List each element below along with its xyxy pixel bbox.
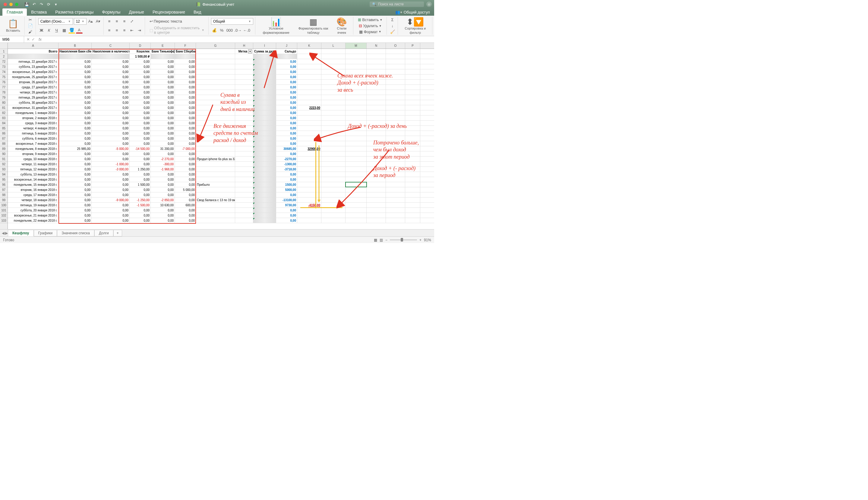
- cell[interactable]: [297, 167, 321, 172]
- cell[interactable]: 32908,00: [297, 146, 321, 151]
- cell[interactable]: 0,00: [276, 59, 297, 64]
- cell[interactable]: 0,00: [130, 75, 151, 79]
- cell[interactable]: 0,00: [151, 100, 175, 105]
- row-header[interactable]: 90: [0, 151, 8, 157]
- cell[interactable]: 0,00: [130, 126, 151, 130]
- cell[interactable]: [405, 167, 420, 172]
- cell[interactable]: 10 630,00: [151, 203, 175, 207]
- indent-decrease-icon[interactable]: ⇤: [129, 27, 135, 33]
- comma-icon[interactable]: 000: [226, 27, 233, 33]
- cell[interactable]: 0,00: [92, 59, 130, 64]
- cell[interactable]: 0,00: [130, 177, 151, 182]
- row-header[interactable]: 95: [0, 177, 8, 182]
- cell[interactable]: [253, 110, 276, 115]
- col-header-A[interactable]: A: [8, 43, 58, 48]
- col-header-H[interactable]: H: [235, 43, 253, 48]
- cell[interactable]: [297, 59, 321, 64]
- cell[interactable]: [297, 136, 321, 141]
- cell[interactable]: 0,00: [130, 95, 151, 100]
- col-header-N[interactable]: N: [367, 43, 386, 48]
- cancel-formula-icon[interactable]: ✕: [26, 37, 30, 42]
- cell[interactable]: [346, 162, 367, 167]
- cell[interactable]: [405, 69, 420, 74]
- cell[interactable]: 0,00: [175, 126, 196, 130]
- cell[interactable]: вторник, 26 декабря 2017 г.: [8, 80, 58, 84]
- format-painter-icon[interactable]: 🖌: [27, 29, 34, 35]
- cell[interactable]: [196, 136, 235, 141]
- cell[interactable]: [367, 95, 386, 100]
- cell[interactable]: [346, 85, 367, 90]
- cell[interactable]: 0,00: [58, 162, 92, 167]
- cell[interactable]: -13100,00: [276, 197, 297, 202]
- row-header[interactable]: 92: [0, 162, 8, 167]
- cell[interactable]: [196, 75, 235, 79]
- cell[interactable]: 0,00: [276, 105, 297, 110]
- cell[interactable]: [196, 85, 235, 90]
- cell[interactable]: 0,00: [151, 218, 175, 223]
- cell[interactable]: [196, 115, 235, 120]
- cell[interactable]: 0,00: [151, 121, 175, 125]
- cell[interactable]: [196, 49, 235, 54]
- align-left-icon[interactable]: ≡: [106, 27, 113, 33]
- cell[interactable]: 0,00: [130, 90, 151, 95]
- cell[interactable]: [367, 192, 386, 197]
- cell[interactable]: [346, 126, 367, 130]
- cell[interactable]: вторник, 16 января 2018 г.: [8, 187, 58, 192]
- cell[interactable]: [386, 203, 405, 207]
- cell[interactable]: 0,00: [92, 85, 130, 90]
- cell[interactable]: [235, 121, 253, 125]
- cell[interactable]: 0,00: [92, 95, 130, 100]
- cell[interactable]: 0,00: [276, 177, 297, 182]
- cell[interactable]: 0,00: [130, 64, 151, 69]
- cell[interactable]: 0,00: [58, 75, 92, 79]
- cell[interactable]: 0,00: [175, 75, 196, 79]
- cell[interactable]: [321, 136, 346, 141]
- cell[interactable]: [235, 167, 253, 172]
- cell[interactable]: [196, 59, 235, 64]
- close-window-icon[interactable]: [4, 3, 7, 6]
- cell[interactable]: █: [276, 54, 297, 59]
- cell[interactable]: -2 270,00: [151, 157, 175, 161]
- cell[interactable]: 0,00: [58, 157, 92, 161]
- cell[interactable]: -1 250,00: [130, 197, 151, 202]
- cell[interactable]: [196, 151, 235, 156]
- cell[interactable]: [346, 90, 367, 95]
- cell[interactable]: 0,00: [276, 213, 297, 218]
- merge-button[interactable]: ⬚Объединить и поместить в центре▼: [148, 27, 207, 33]
- user-avatar-icon[interactable]: ☺: [426, 1, 432, 7]
- cell[interactable]: [196, 162, 235, 167]
- cell[interactable]: [235, 157, 253, 161]
- select-all-corner[interactable]: [0, 43, 8, 49]
- decrease-font-icon[interactable]: A▾: [95, 18, 102, 25]
- cell[interactable]: [196, 126, 235, 130]
- row-header[interactable]: 81: [0, 105, 8, 110]
- cell[interactable]: [367, 105, 386, 110]
- cell[interactable]: 1 500,00 ₽: [130, 54, 151, 59]
- cell[interactable]: [253, 218, 276, 223]
- cell[interactable]: четверг, 11 января 2018 г.: [8, 162, 58, 167]
- cell[interactable]: [196, 172, 235, 177]
- cell[interactable]: [386, 172, 405, 177]
- currency-icon[interactable]: 💰: [211, 27, 218, 33]
- cell[interactable]: [367, 126, 386, 130]
- tab-view[interactable]: Вид: [189, 9, 205, 16]
- cell[interactable]: 0,00: [92, 121, 130, 125]
- font-size-select[interactable]: 12▼: [74, 18, 86, 25]
- cell[interactable]: 0,00: [92, 157, 130, 161]
- cell[interactable]: [321, 162, 346, 167]
- cell[interactable]: [297, 90, 321, 95]
- cell[interactable]: [196, 105, 235, 110]
- sheet-tab-4[interactable]: Долги: [94, 230, 113, 236]
- cell[interactable]: [346, 187, 367, 192]
- cell[interactable]: [253, 126, 276, 130]
- cell[interactable]: [346, 64, 367, 69]
- cell[interactable]: [196, 192, 235, 197]
- cell[interactable]: [297, 54, 321, 59]
- cell[interactable]: [367, 121, 386, 125]
- cell[interactable]: 0,00: [58, 115, 92, 120]
- cell[interactable]: 0,00: [151, 105, 175, 110]
- tab-insert[interactable]: Вставка: [27, 9, 51, 16]
- cell[interactable]: [253, 136, 276, 141]
- cell[interactable]: [346, 208, 367, 213]
- cell[interactable]: [253, 208, 276, 213]
